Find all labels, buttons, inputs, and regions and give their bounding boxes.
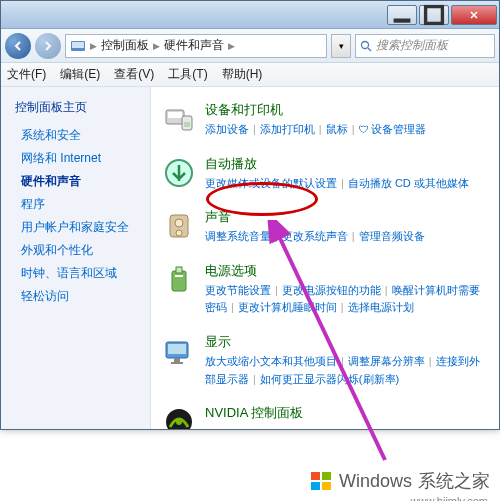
breadcrumb[interactable]: ▶ 控制面板 ▶ 硬件和声音 ▶: [65, 34, 327, 58]
menu-help[interactable]: 帮助(H): [222, 66, 263, 83]
category-link[interactable]: 鼠标: [326, 123, 348, 135]
windows-logo-icon: [309, 469, 333, 493]
svg-rect-29: [311, 472, 320, 480]
sidebar-item[interactable]: 时钟、语言和区域: [1, 262, 150, 285]
category-row: 自动播放更改媒体或设备的默认设置|自动播放 CD 或其他媒体: [161, 149, 489, 203]
breadcrumb-item[interactable]: 硬件和声音: [164, 37, 224, 54]
watermark-brand: Windows: [339, 471, 412, 492]
watermark-suffix: 系统之家: [418, 469, 490, 493]
chevron-right-icon: ▶: [153, 41, 160, 51]
menu-tools[interactable]: 工具(T): [168, 66, 207, 83]
shield-icon: 🛡: [359, 124, 369, 135]
content-pane: 设备和打印机添加设备|添加打印机|鼠标|🛡设备管理器自动播放更改媒体或设备的默认…: [151, 87, 499, 429]
category-icon: [161, 155, 197, 191]
svg-rect-18: [175, 275, 183, 277]
separator: |: [231, 301, 234, 313]
chevron-right-icon: ▶: [228, 41, 235, 51]
maximize-button[interactable]: [419, 5, 449, 25]
separator: |: [429, 355, 432, 367]
nav-bar: ▶ 控制面板 ▶ 硬件和声音 ▶ ▾ 搜索控制面板: [1, 29, 499, 63]
category-links: 调整系统音量|更改系统声音|管理音频设备: [205, 228, 489, 246]
svg-point-6: [362, 41, 369, 48]
category-icon: [161, 101, 197, 137]
separator: |: [341, 301, 344, 313]
category-link[interactable]: 选择电源计划: [348, 301, 414, 313]
search-icon: [360, 40, 372, 52]
category-title[interactable]: 电源选项: [205, 262, 489, 280]
sidebar-item[interactable]: 网络和 Internet: [1, 147, 150, 170]
watermark: Windows 系统之家 www.bjjmlv.com: [309, 469, 490, 493]
category-row: 电源选项更改节能设置|更改电源按钮的功能|唤醒计算机时需要密码|更改计算机睡眠时…: [161, 256, 489, 327]
svg-rect-21: [174, 358, 180, 362]
category-title[interactable]: 声音: [205, 208, 489, 226]
menu-file[interactable]: 文件(F): [7, 66, 46, 83]
category-links: 放大或缩小文本和其他项目|调整屏幕分辨率|连接到外部显示器|如何更正显示器闪烁(…: [205, 353, 489, 388]
category-link[interactable]: 如何更正显示器闪烁(刷新率): [260, 373, 399, 385]
svg-line-7: [368, 48, 371, 51]
category-link[interactable]: 放大或缩小文本和其他项目: [205, 355, 337, 367]
separator: |: [275, 230, 278, 242]
category-icon: [161, 262, 197, 298]
breadcrumb-dropdown[interactable]: ▾: [331, 34, 351, 58]
category-link[interactable]: 自动播放 CD 或其他媒体: [348, 177, 469, 189]
category-link[interactable]: 更改媒体或设备的默认设置: [205, 177, 337, 189]
svg-rect-22: [171, 362, 183, 364]
category-link[interactable]: 添加打印机: [260, 123, 315, 135]
category-link[interactable]: 调整系统音量: [205, 230, 271, 242]
sidebar-item[interactable]: 系统和安全: [1, 124, 150, 147]
minimize-button[interactable]: [387, 5, 417, 25]
svg-rect-16: [172, 271, 186, 291]
forward-button[interactable]: [35, 33, 61, 59]
svg-rect-32: [322, 482, 331, 490]
svg-rect-20: [168, 344, 186, 354]
category-icon: [161, 333, 197, 369]
category-link[interactable]: 管理音频设备: [359, 230, 425, 242]
separator: |: [319, 123, 322, 135]
sidebar-item[interactable]: 外观和个性化: [1, 239, 150, 262]
category-link[interactable]: 更改电源按钮的功能: [282, 284, 381, 296]
category-icon: [161, 208, 197, 244]
sidebar-item-active[interactable]: 硬件和声音: [1, 170, 150, 193]
separator: |: [275, 284, 278, 296]
breadcrumb-item[interactable]: 控制面板: [101, 37, 149, 54]
control-panel-icon: [70, 38, 86, 54]
back-button[interactable]: [5, 33, 31, 59]
sidebar-item[interactable]: 轻松访问: [1, 285, 150, 308]
category-title[interactable]: NVIDIA 控制面板: [205, 404, 489, 422]
separator: |: [253, 123, 256, 135]
category-icon: [161, 404, 197, 429]
menu-edit[interactable]: 编辑(E): [60, 66, 100, 83]
chevron-right-icon: ▶: [90, 41, 97, 51]
category-links: 添加设备|添加打印机|鼠标|🛡设备管理器: [205, 121, 489, 139]
svg-rect-9: [168, 112, 182, 118]
svg-rect-17: [176, 267, 182, 273]
category-row: NVIDIA 控制面板: [161, 398, 489, 429]
category-link[interactable]: 更改系统声音: [282, 230, 348, 242]
svg-point-24: [176, 419, 182, 425]
sidebar-home[interactable]: 控制面板主页: [1, 97, 150, 124]
separator: |: [352, 230, 355, 242]
category-link[interactable]: 调整屏幕分辨率: [348, 355, 425, 367]
search-input[interactable]: 搜索控制面板: [355, 34, 495, 58]
category-title[interactable]: 显示: [205, 333, 489, 351]
separator: |: [253, 373, 256, 385]
category-title[interactable]: 设备和打印机: [205, 101, 489, 119]
separator: |: [341, 355, 344, 367]
category-link[interactable]: 更改节能设置: [205, 284, 271, 296]
menu-view[interactable]: 查看(V): [114, 66, 154, 83]
sidebar: 控制面板主页 系统和安全 网络和 Internet 硬件和声音 程序 用户帐户和…: [1, 87, 151, 429]
sidebar-item[interactable]: 用户帐户和家庭安全: [1, 216, 150, 239]
svg-rect-5: [72, 42, 84, 48]
separator: |: [385, 284, 388, 296]
watermark-url: www.bjjmlv.com: [411, 495, 488, 501]
sidebar-item[interactable]: 程序: [1, 193, 150, 216]
title-bar: [1, 1, 499, 29]
category-link[interactable]: 设备管理器: [371, 123, 426, 135]
category-link[interactable]: 添加设备: [205, 123, 249, 135]
category-links: 更改媒体或设备的默认设置|自动播放 CD 或其他媒体: [205, 175, 489, 193]
menu-bar: 文件(F) 编辑(E) 查看(V) 工具(T) 帮助(H): [1, 63, 499, 87]
category-link[interactable]: 更改计算机睡眠时间: [238, 301, 337, 313]
category-title[interactable]: 自动播放: [205, 155, 489, 173]
svg-rect-30: [322, 472, 331, 480]
close-button[interactable]: [451, 5, 497, 25]
